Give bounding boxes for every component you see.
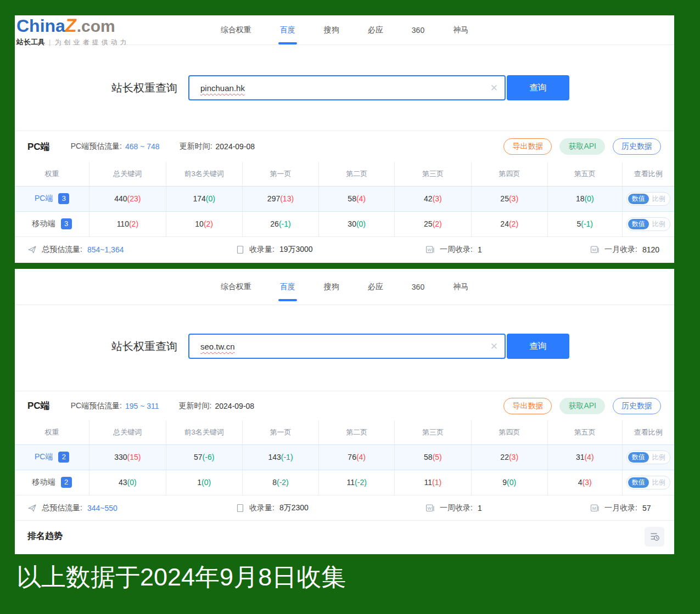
metric-delta: (5): [433, 453, 442, 461]
toggle-value-option[interactable]: 数值: [628, 452, 649, 463]
nav-tab-shenma[interactable]: 神马: [452, 25, 469, 35]
toggle-ratio-option[interactable]: 比例: [649, 219, 669, 229]
metric-delta: (4): [356, 453, 366, 461]
metric-value: 58: [424, 453, 433, 461]
metric-delta: (0): [584, 194, 593, 203]
section-title: PC端: [27, 399, 50, 412]
update-value: 2024-09-08: [216, 142, 255, 151]
metric-value: 76: [348, 453, 356, 461]
traffic-value[interactable]: 195 ~ 311: [125, 402, 159, 410]
stat-value: 1: [478, 245, 482, 254]
history-data-button[interactable]: 历史数据: [613, 398, 661, 414]
search-input[interactable]: pinchuan.hk ✕: [188, 75, 506, 100]
table-header-row: 权重总关键词前3名关键词第一页第二页第三页第四页第五页查看比例: [15, 420, 674, 444]
metric-value: 297: [267, 194, 280, 203]
metric-value: 25: [424, 219, 433, 228]
metric-value: 143: [268, 453, 281, 461]
footer-stat: 收录量:8万2300: [236, 503, 425, 513]
export-data-button[interactable]: 导出数据: [503, 138, 552, 155]
stat-label: 收录量:: [249, 503, 275, 513]
toggle-value-option[interactable]: 数值: [628, 477, 649, 488]
nav-tab-bing[interactable]: 必应: [367, 282, 384, 292]
clear-icon[interactable]: ✕: [490, 83, 498, 93]
metric-value: 440: [114, 194, 127, 203]
stat-value[interactable]: 854~1,364: [87, 245, 124, 254]
column-header: 总关键词: [89, 420, 166, 444]
search-input-value[interactable]: pinchuan.hk: [200, 83, 486, 93]
toggle-value-option[interactable]: 数值: [628, 194, 649, 204]
column-header: 第二页: [319, 420, 395, 444]
footer-stat: W一周收录:1: [425, 245, 590, 255]
search-label: 站长权重查询: [111, 81, 177, 95]
stat-value[interactable]: 344~550: [87, 504, 117, 512]
nav-tab-composite[interactable]: 综合权重: [220, 25, 253, 35]
metric-value: 24: [500, 219, 509, 228]
stat-label: 一月收录:: [604, 245, 637, 255]
export-data-button[interactable]: 导出数据: [503, 398, 552, 414]
metric-delta: (-2): [355, 478, 367, 487]
column-header: 总关键词: [89, 162, 166, 186]
history-data-button[interactable]: 历史数据: [613, 138, 661, 155]
search-input[interactable]: seo.tw.cn ✕: [188, 334, 506, 359]
get-api-button[interactable]: 获取API: [559, 138, 605, 155]
send-icon: [27, 504, 37, 512]
traffic-value[interactable]: 468 ~ 748: [125, 142, 160, 151]
trend-history-icon: [649, 531, 660, 542]
nav-tab-shenma[interactable]: 神马: [452, 282, 469, 292]
nav-tab-360[interactable]: 360: [411, 26, 425, 35]
get-api-button[interactable]: 获取API: [559, 398, 605, 414]
value-ratio-toggle[interactable]: 数值比例: [626, 450, 670, 464]
query-result-panel-1: ChinaZ.com 站长工具|为创业者提供动力 综合权重百度搜狗必应360神马…: [15, 15, 674, 263]
column-header: 第四页: [471, 162, 547, 186]
traffic-estimate: PC端预估流量: 195 ~ 311 更新时间: 2024-09-08: [71, 401, 255, 411]
clear-icon[interactable]: ✕: [490, 342, 498, 351]
query-button[interactable]: 查询: [507, 334, 569, 359]
metric-value: 30: [348, 219, 356, 228]
metric-delta: (0): [127, 478, 137, 487]
nav-tab-baidu[interactable]: 百度: [279, 25, 296, 35]
metric-value: 330: [114, 453, 127, 461]
nav-tab-bing[interactable]: 必应: [367, 25, 384, 35]
page-icon: [236, 245, 244, 254]
column-header: 前3名关键词: [166, 162, 242, 186]
row-label: 移动端: [32, 219, 55, 228]
week-icon: W: [425, 245, 435, 254]
svg-text:M: M: [592, 506, 596, 511]
toggle-ratio-option[interactable]: 比例: [649, 452, 669, 463]
traffic-label: PC端预估流量:: [71, 142, 122, 151]
nav-tab-composite[interactable]: 综合权重: [220, 282, 253, 292]
nav-tab-baidu[interactable]: 百度: [279, 282, 296, 292]
footer-stat: W一周收录:1: [425, 503, 590, 513]
nav-tab-sogou[interactable]: 搜狗: [323, 25, 340, 35]
search-label: 站长权重查询: [111, 339, 177, 354]
weight-badge: 3: [61, 218, 72, 229]
search-input-value[interactable]: seo.tw.cn: [200, 342, 486, 351]
table-row-mobile: 移动端243(0)1(0)8(-2)11(-2)11(1)9(0)4(3)数值比…: [15, 470, 674, 495]
metric-delta: (-1): [281, 453, 293, 461]
column-header: 第五页: [547, 420, 622, 444]
footer-stat: 总预估流量:854~1,364: [27, 245, 236, 255]
metric-value: 11: [347, 478, 355, 487]
metric-delta: (-1): [581, 219, 593, 228]
toggle-value-option[interactable]: 数值: [628, 219, 649, 229]
value-ratio-toggle[interactable]: 数值比例: [626, 217, 670, 231]
trend-history-button[interactable]: [645, 527, 664, 547]
metric-delta: (3): [433, 194, 442, 203]
toggle-ratio-option[interactable]: 比例: [649, 194, 669, 204]
nav-tab-sogou[interactable]: 搜狗: [323, 282, 340, 292]
metric-value: 4: [578, 478, 583, 487]
svg-text:M: M: [592, 247, 596, 252]
metric-delta: (3): [509, 453, 518, 461]
stat-value: 8120: [642, 245, 659, 254]
value-ratio-toggle[interactable]: 数值比例: [626, 192, 670, 206]
nav-tab-360[interactable]: 360: [411, 283, 425, 291]
rank-trend-title: 排名趋势: [27, 531, 63, 542]
table-row-pc: PC端2330(15)57(-6)143(-1)76(4)58(5)22(3)3…: [15, 444, 674, 470]
action-buttons: 导出数据 获取API 历史数据: [503, 398, 661, 414]
query-button[interactable]: 查询: [507, 75, 569, 100]
value-ratio-toggle[interactable]: 数值比例: [626, 476, 670, 489]
column-header: 第三页: [395, 420, 471, 444]
metric-value: 31: [576, 453, 585, 461]
metric-value: 57: [194, 453, 203, 461]
toggle-ratio-option[interactable]: 比例: [649, 477, 669, 488]
